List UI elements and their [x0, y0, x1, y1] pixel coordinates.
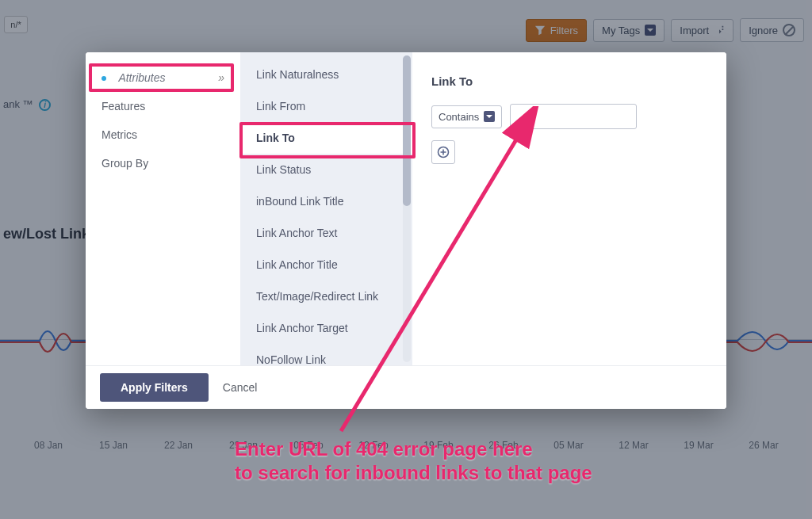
modal-body: Attributes » Features Metrics Group By L… [86, 52, 726, 365]
attr-label: NoFollow Link [256, 353, 326, 365]
filter-attributes-column: Link Naturalness Link From Link To Link … [240, 52, 412, 365]
filters-modal: Attributes » Features Metrics Group By L… [86, 52, 726, 409]
apply-filters-label: Apply Filters [121, 381, 188, 394]
modal-footer: Apply Filters Cancel [86, 365, 726, 409]
attr-label: Link Anchor Title [256, 258, 338, 271]
attr-link-anchor-target[interactable]: Link Anchor Target [240, 312, 412, 344]
filter-category-label: Attributes [118, 71, 165, 84]
filter-value-input[interactable] [510, 104, 637, 129]
filter-categories-column: Attributes » Features Metrics Group By [86, 52, 240, 365]
attr-label: Link Naturalness [256, 68, 339, 81]
attr-label: Link Status [256, 163, 311, 176]
attr-nofollow-link[interactable]: NoFollow Link [240, 344, 412, 365]
attr-label: inBound Link Title [256, 195, 344, 208]
attr-link-to[interactable]: Link To [240, 122, 412, 154]
plus-circle-icon [437, 146, 450, 158]
filter-category-attributes[interactable]: Attributes » [86, 63, 240, 92]
chevron-down-icon [484, 111, 495, 122]
attr-label: Link Anchor Target [256, 322, 348, 334]
filter-config-column: Link To Contains [412, 52, 726, 365]
filter-category-label: Metrics [102, 128, 137, 141]
scrollbar-thumb[interactable] [403, 55, 411, 206]
attr-label: Text/Image/Redirect Link [256, 290, 378, 303]
operator-dropdown[interactable]: Contains [431, 105, 502, 128]
filter-category-metrics[interactable]: Metrics [86, 120, 240, 149]
filter-category-label: Group By [102, 157, 148, 170]
cancel-button[interactable]: Cancel [223, 381, 258, 394]
operator-label: Contains [439, 111, 479, 123]
attr-inbound-link-title[interactable]: inBound Link Title [240, 185, 412, 217]
attr-link-anchor-text[interactable]: Link Anchor Text [240, 217, 412, 249]
apply-filters-button[interactable]: Apply Filters [100, 373, 209, 402]
chevron-right-icon: » [218, 71, 224, 84]
filter-category-groupby[interactable]: Group By [86, 149, 240, 177]
attr-link-naturalness[interactable]: Link Naturalness [240, 59, 412, 90]
attr-label: Link From [256, 100, 305, 113]
active-dot-icon [102, 76, 106, 81]
filter-condition-row: Contains [431, 104, 707, 129]
attr-text-image-redirect[interactable]: Text/Image/Redirect Link [240, 280, 412, 312]
attr-link-from[interactable]: Link From [240, 90, 412, 122]
cancel-label: Cancel [223, 381, 258, 394]
filter-category-features[interactable]: Features [86, 92, 240, 120]
attr-label: Link Anchor Text [256, 227, 337, 239]
attr-link-anchor-title[interactable]: Link Anchor Title [240, 249, 412, 280]
filter-config-title: Link To [431, 74, 707, 88]
attr-label: Link To [256, 132, 295, 144]
filter-category-label: Features [102, 100, 145, 113]
add-condition-button[interactable] [431, 140, 455, 164]
attr-link-status[interactable]: Link Status [240, 154, 412, 185]
